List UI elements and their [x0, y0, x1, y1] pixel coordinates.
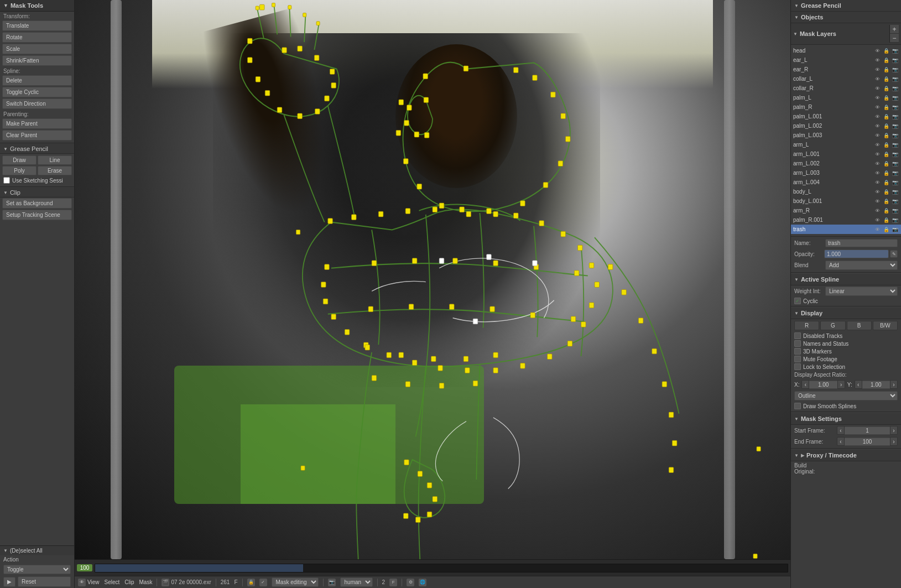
clip-menu[interactable]: Clip: [124, 579, 134, 585]
layer-render-icon[interactable]: 📷: [891, 188, 899, 196]
layer-lock-icon[interactable]: 🔒: [882, 207, 890, 215]
aspect-y-inc-button[interactable]: ›: [890, 380, 898, 389]
layer-visibility-icon[interactable]: 👁: [873, 75, 881, 83]
layer-lock-icon[interactable]: 🔒: [882, 226, 890, 233]
opacity-edit-button[interactable]: ✎: [890, 250, 898, 258]
layer-lock-icon[interactable]: 🔒: [882, 169, 890, 177]
mute-footage-checkbox[interactable]: [794, 356, 801, 362]
mask-layer-row[interactable]: arm_L.004 👁 🔒 📷: [791, 178, 901, 187]
gp-use-sketching-checkbox[interactable]: [3, 177, 10, 184]
names-status-checkbox[interactable]: [794, 340, 801, 347]
gp-poly-button[interactable]: Poly: [2, 166, 37, 175]
mask-layer-row[interactable]: collar_R 👁 🔒 📷: [791, 84, 901, 93]
mask-layer-row[interactable]: arm_L.003 👁 🔒 📷: [791, 168, 901, 178]
layer-render-icon[interactable]: 📷: [891, 197, 899, 205]
draw-smooth-checkbox[interactable]: [794, 403, 801, 409]
mask-layer-row[interactable]: palm_L.002 👁 🔒 📷: [791, 121, 901, 131]
settings-icon[interactable]: ⚙: [407, 579, 414, 586]
display-b-button[interactable]: B: [847, 321, 872, 330]
aspect-x-inc-button[interactable]: ›: [837, 380, 845, 389]
mask-settings-header[interactable]: Mask Settings: [791, 413, 901, 425]
layer-lock-icon[interactable]: 🔒: [882, 47, 890, 55]
layer-lock-icon[interactable]: 🔒: [882, 150, 890, 158]
layer-visibility-icon[interactable]: 👁: [873, 179, 881, 186]
layer-render-icon[interactable]: 📷: [891, 150, 899, 158]
layer-render-icon[interactable]: 📷: [891, 47, 899, 55]
layer-visibility-icon[interactable]: 👁: [873, 188, 881, 196]
layer-render-icon[interactable]: 📷: [891, 216, 899, 224]
proxy-timecode-header[interactable]: ▶ Proxy / Timecode: [791, 450, 901, 461]
layer-render-icon[interactable]: 📷: [891, 56, 899, 64]
layer-render-icon[interactable]: 📷: [891, 75, 899, 83]
mask-layer-row[interactable]: body_L 👁 🔒 📷: [791, 187, 901, 196]
layer-lock-icon[interactable]: 🔒: [882, 132, 890, 139]
shrink-fatten-button[interactable]: Shrink/Fatten: [2, 55, 72, 66]
layer-visibility-icon[interactable]: 👁: [873, 169, 881, 177]
layer-render-icon[interactable]: 📷: [891, 94, 899, 102]
mask-layer-row[interactable]: arm_L.001 👁 🔒 📷: [791, 149, 901, 159]
aspect-y-dec-button[interactable]: ‹: [855, 380, 862, 389]
layer-visibility-icon[interactable]: 👁: [873, 122, 881, 130]
layer-lock-icon[interactable]: 🔒: [882, 94, 890, 102]
play-icon[interactable]: ▶: [3, 577, 15, 587]
layer-lock-icon[interactable]: 🔒: [882, 141, 890, 149]
mask-layer-row[interactable]: palm_L 👁 🔒 📷: [791, 93, 901, 102]
layer-render-icon[interactable]: 📷: [891, 141, 899, 149]
toggle-cyclic-button[interactable]: Toggle Cyclic: [2, 87, 72, 97]
active-spline-header[interactable]: Active Spline: [791, 274, 901, 285]
markers-3d-checkbox[interactable]: [794, 348, 801, 355]
layer-lock-icon[interactable]: 🔒: [882, 103, 890, 111]
start-frame-dec-button[interactable]: ‹: [837, 426, 845, 435]
name-input[interactable]: [825, 239, 898, 247]
start-frame-inc-button[interactable]: ›: [890, 426, 898, 435]
layer-render-icon[interactable]: 📷: [891, 207, 899, 215]
display-g-button[interactable]: G: [820, 321, 845, 330]
layer-lock-icon[interactable]: 🔒: [882, 160, 890, 168]
layer-visibility-icon[interactable]: 👁: [873, 207, 881, 215]
opacity-slider[interactable]: 1.000: [824, 249, 889, 258]
mask-layer-row[interactable]: ear_R 👁 🔒 📷: [791, 65, 901, 74]
layer-render-icon[interactable]: 📷: [891, 179, 899, 186]
display-r-button[interactable]: R: [794, 321, 819, 330]
end-frame-inc-button[interactable]: ›: [890, 437, 898, 446]
rotate-button[interactable]: Rotate: [2, 32, 72, 43]
layer-visibility-icon[interactable]: 👁: [873, 113, 881, 121]
lock-selection-checkbox[interactable]: [794, 363, 801, 370]
scene-select[interactable]: human: [340, 577, 373, 587]
select-menu[interactable]: Select: [105, 579, 120, 585]
layer-visibility-icon[interactable]: 👁: [873, 85, 881, 92]
timeline-bar[interactable]: [95, 564, 788, 573]
layer-render-icon[interactable]: 📷: [891, 160, 899, 168]
display-header[interactable]: Display: [791, 308, 901, 319]
delete-button[interactable]: Delete: [2, 75, 72, 86]
layer-render-icon[interactable]: 📷: [891, 169, 899, 177]
gp-line-button[interactable]: Line: [38, 155, 72, 165]
mask-layer-row[interactable]: body_L.001 👁 🔒 📷: [791, 196, 901, 206]
layer-visibility-icon[interactable]: 👁: [873, 216, 881, 224]
set-as-background-button[interactable]: Set as Background: [2, 198, 72, 209]
layer-render-icon[interactable]: 📷: [891, 113, 899, 121]
layer-render-icon[interactable]: 📷: [891, 85, 899, 92]
end-frame-dec-button[interactable]: ‹: [837, 437, 845, 446]
layer-visibility-icon[interactable]: 👁: [873, 141, 881, 149]
layer-remove-button[interactable]: −: [890, 34, 899, 43]
layer-lock-icon[interactable]: 🔒: [882, 75, 890, 83]
layer-render-icon[interactable]: 📷: [891, 226, 899, 233]
setup-tracking-scene-button[interactable]: Setup Tracking Scene: [2, 210, 72, 220]
grease-pencil-header[interactable]: Grease Pencil: [791, 0, 901, 12]
layer-visibility-icon[interactable]: 👁: [873, 66, 881, 74]
weight-int-select[interactable]: Linear: [825, 287, 898, 296]
layer-visibility-icon[interactable]: 👁: [873, 197, 881, 205]
outline-select[interactable]: Outline: [794, 391, 898, 400]
viewport[interactable]: [75, 0, 790, 559]
layer-render-icon[interactable]: 📷: [891, 66, 899, 74]
layer-lock-icon[interactable]: 🔒: [882, 66, 890, 74]
display-bw-button[interactable]: B/W: [873, 321, 898, 330]
layer-render-icon[interactable]: 📷: [891, 103, 899, 111]
layer-lock-icon[interactable]: 🔒: [882, 56, 890, 64]
layer-lock-icon[interactable]: 🔒: [882, 188, 890, 196]
translate-button[interactable]: Translate: [2, 20, 72, 31]
mode-select[interactable]: Mask editing: [272, 577, 319, 587]
gp-draw-button[interactable]: Draw: [2, 155, 37, 165]
layer-visibility-icon[interactable]: 👁: [873, 94, 881, 102]
